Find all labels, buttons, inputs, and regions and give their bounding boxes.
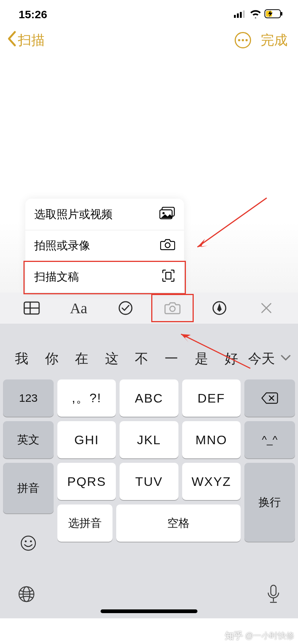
markup-button[interactable] [196, 292, 243, 324]
wifi-icon [250, 9, 261, 20]
camera-popup-menu: 选取照片或视频 拍照或录像 扫描文稿 [25, 199, 184, 292]
key-english[interactable]: 英文 [3, 421, 54, 458]
svg-point-17 [119, 302, 132, 314]
chevron-left-icon [7, 31, 16, 50]
menu-label: 拍照或录像 [34, 238, 90, 253]
svg-line-12 [197, 198, 267, 247]
annotation-arrow-icon [190, 195, 272, 254]
close-button[interactable] [243, 292, 290, 324]
watermark-site: 知乎 [225, 630, 243, 642]
key-select-pinyin[interactable]: 选拼音 [57, 504, 112, 542]
expand-candidates-button[interactable] [276, 354, 295, 363]
svg-rect-1 [237, 13, 239, 18]
candidate[interactable]: 我 [7, 350, 37, 368]
candidate[interactable]: 好 [216, 350, 246, 368]
status-icons [234, 9, 283, 20]
svg-point-23 [25, 541, 27, 542]
candidate-bar: 我 你 在 这 不 一 是 好 今天 [0, 341, 298, 377]
gallery-icon [159, 207, 175, 222]
key-wxyz[interactable]: WXYZ [182, 463, 241, 500]
signal-icon [234, 10, 247, 19]
menu-label: 选取照片或视频 [34, 207, 112, 222]
text-format-label: Aa [70, 299, 88, 317]
svg-point-22 [21, 536, 35, 550]
backspace-icon [261, 392, 278, 404]
close-icon [260, 302, 272, 314]
home-indicator[interactable] [101, 609, 197, 613]
key-jkl[interactable]: JKL [120, 421, 178, 458]
pen-circle-icon [212, 301, 227, 315]
key-tuv[interactable]: TUV [120, 463, 178, 500]
nav-bar: 扫描 完成 [0, 26, 298, 54]
svg-point-10 [165, 243, 170, 248]
scan-icon [162, 269, 175, 285]
key-def[interactable]: DEF [182, 379, 241, 417]
svg-rect-5 [281, 12, 282, 16]
menu-take-photo[interactable]: 拍照或录像 [25, 230, 184, 261]
done-button[interactable]: 完成 [261, 31, 288, 49]
candidate[interactable]: 是 [187, 350, 216, 368]
key-emoji[interactable] [3, 518, 54, 568]
candidate[interactable]: 不 [127, 350, 156, 368]
emoji-icon [20, 535, 37, 551]
key-mno[interactable]: MNO [182, 421, 241, 458]
key-pinyin[interactable]: 拼音 [3, 463, 54, 513]
watermark-author: @一小时快修 [245, 630, 294, 641]
svg-marker-13 [197, 239, 208, 247]
candidate[interactable]: 你 [37, 350, 66, 368]
camera-icon [160, 238, 175, 253]
dictation-button[interactable] [267, 584, 280, 605]
battery-icon [264, 9, 283, 20]
candidate[interactable]: 这 [96, 350, 126, 368]
menu-scan-document[interactable]: 扫描文稿 [25, 261, 184, 292]
keyboard: 123 ,。?! ABC DEF 英文 GHI JKL MNO ^_^ 拼音 P… [0, 377, 298, 574]
globe-icon [18, 586, 35, 603]
text-format-button[interactable]: Aa [55, 292, 102, 324]
candidate[interactable]: 今天 [247, 350, 276, 368]
back-label: 扫描 [18, 31, 45, 49]
menu-label: 扫描文稿 [34, 269, 79, 285]
svg-rect-2 [240, 12, 242, 18]
svg-rect-28 [271, 585, 276, 596]
svg-rect-0 [234, 15, 236, 18]
svg-point-18 [170, 306, 175, 311]
key-return[interactable]: 换行 [244, 463, 295, 542]
key-backspace[interactable] [244, 379, 295, 417]
chevron-down-icon [280, 354, 291, 362]
camera-icon [164, 301, 181, 315]
key-space[interactable]: 空格 [116, 504, 241, 542]
svg-rect-11 [166, 272, 171, 279]
format-toolbar: Aa [0, 292, 298, 324]
key-123[interactable]: 123 [3, 379, 54, 417]
watermark: 知乎 @一小时快修 [225, 630, 294, 642]
keyboard-bottom-bar [0, 574, 298, 618]
key-pqrs[interactable]: PQRS [57, 463, 116, 500]
prediction-strip [0, 324, 298, 341]
svg-point-24 [30, 541, 32, 542]
more-button[interactable] [235, 32, 251, 48]
key-face[interactable]: ^_^ [244, 421, 295, 458]
key-punct[interactable]: ,。?! [57, 379, 116, 417]
svg-rect-3 [243, 10, 245, 18]
checklist-button[interactable] [102, 292, 149, 324]
globe-button[interactable] [18, 586, 35, 604]
candidate[interactable]: 在 [67, 350, 96, 368]
key-ghi[interactable]: GHI [57, 421, 116, 458]
table-icon [23, 301, 40, 315]
checkmark-circle-icon [118, 301, 133, 315]
table-button[interactable] [8, 292, 55, 324]
menu-choose-photo[interactable]: 选取照片或视频 [25, 199, 184, 230]
status-time: 15:26 [19, 8, 47, 21]
back-button[interactable]: 扫描 [7, 31, 45, 50]
microphone-icon [267, 584, 280, 604]
camera-button[interactable] [149, 292, 196, 324]
candidate[interactable]: 一 [156, 350, 186, 368]
note-body[interactable]: 选取照片或视频 拍照或录像 扫描文稿 [0, 54, 298, 292]
svg-point-9 [162, 212, 165, 214]
key-abc[interactable]: ABC [120, 379, 178, 417]
status-bar: 15:26 [0, 0, 298, 26]
